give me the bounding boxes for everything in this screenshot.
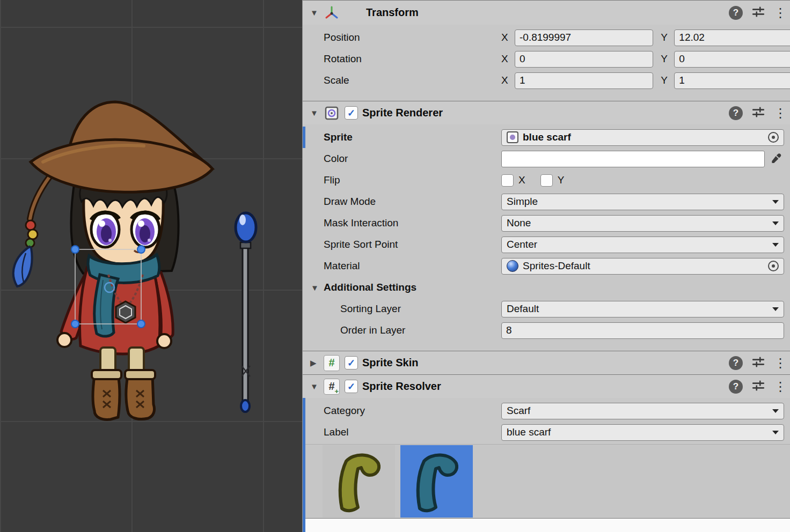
material-label: Material bbox=[324, 260, 501, 272]
sprite-sort-point-row: Sprite Sort Point Center bbox=[303, 234, 790, 255]
sprite-variant-green-scarf[interactable] bbox=[323, 445, 395, 518]
selection-handle-top-left bbox=[71, 246, 79, 253]
sorting-layer-row: Sorting Layer Default bbox=[303, 298, 790, 320]
object-picker-icon[interactable] bbox=[768, 261, 779, 271]
foldout-open-icon[interactable]: ▼ bbox=[310, 108, 323, 117]
sprite-sort-point-label: Sprite Sort Point bbox=[324, 239, 501, 250]
sprite-renderer-header[interactable]: ▼ ✓ Sprite Renderer ? ⋮ bbox=[303, 101, 790, 124]
category-label: Category bbox=[324, 405, 501, 417]
order-in-layer-field[interactable] bbox=[501, 322, 784, 339]
draw-mode-value: Simple bbox=[507, 196, 538, 208]
additional-settings-row[interactable]: ▼ Additional Settings bbox=[303, 277, 790, 298]
sprite-variant-strip bbox=[303, 444, 790, 518]
sprite-variant-blue-scarf[interactable] bbox=[400, 445, 473, 518]
category-dropdown[interactable]: Scarf bbox=[501, 403, 784, 419]
draw-mode-row: Draw Mode Simple bbox=[303, 191, 790, 212]
material-sphere-icon bbox=[507, 260, 518, 272]
selection-handle-top-right bbox=[137, 246, 145, 253]
component-enabled-checkbox[interactable]: ✓ bbox=[345, 106, 358, 120]
sprite-sort-point-dropdown[interactable]: Center bbox=[501, 237, 784, 253]
sprite-skin-icon: # bbox=[323, 354, 340, 372]
sprite-object-field[interactable]: blue scarf bbox=[501, 129, 784, 146]
sprite-resolver-header[interactable]: ▼ #+ ✓ Sprite Resolver ? ⋮ bbox=[303, 374, 790, 398]
foldout-open-icon[interactable]: ▼ bbox=[310, 8, 323, 17]
component-title: Sprite Resolver bbox=[362, 380, 441, 393]
sprite-skin-header[interactable]: ▶ # ✓ Sprite Skin ? ⋮ bbox=[303, 351, 790, 374]
presets-icon[interactable] bbox=[751, 355, 765, 371]
transform-header[interactable]: ▼ Transform ? ⋮ bbox=[303, 0, 790, 25]
character-sprite[interactable] bbox=[13, 102, 213, 419]
eyedropper-icon[interactable] bbox=[768, 151, 784, 167]
kebab-menu-icon[interactable]: ⋮ bbox=[774, 6, 781, 19]
mask-interaction-dropdown[interactable]: None bbox=[501, 215, 784, 232]
category-value: Scarf bbox=[507, 405, 530, 417]
override-bar-resolver bbox=[303, 398, 305, 532]
help-icon[interactable]: ? bbox=[729, 106, 743, 120]
rotation-y-field[interactable] bbox=[674, 51, 790, 68]
scale-y-field[interactable] bbox=[674, 72, 790, 89]
scale-row: Scale X Y Z bbox=[303, 70, 790, 91]
object-picker-icon[interactable] bbox=[768, 132, 779, 143]
axis-x-label[interactable]: X bbox=[501, 75, 515, 86]
draw-mode-dropdown[interactable]: Simple bbox=[501, 194, 784, 210]
flip-row: Flip X Y bbox=[303, 169, 790, 191]
label-row: Label blue scarf bbox=[303, 422, 790, 443]
sprite-resolver-body: Category Scarf Label blue scarf bbox=[303, 398, 790, 532]
flip-x-checkbox[interactable] bbox=[501, 174, 514, 187]
sprite-renderer-body: Sprite blue scarf Color Flip X Y bbox=[303, 124, 790, 351]
presets-icon[interactable] bbox=[751, 5, 765, 21]
foldout-closed-icon[interactable]: ▶ bbox=[310, 358, 323, 368]
help-icon[interactable]: ? bbox=[729, 356, 743, 370]
axis-y-label[interactable]: Y bbox=[661, 53, 674, 65]
color-row: Color bbox=[303, 148, 790, 169]
presets-icon[interactable] bbox=[751, 379, 765, 395]
color-swatch[interactable] bbox=[501, 151, 765, 167]
axis-x-label[interactable]: X bbox=[501, 53, 515, 65]
left-eye bbox=[91, 212, 119, 247]
component-enabled-checkbox[interactable]: ✓ bbox=[345, 356, 358, 370]
sprite-renderer-icon bbox=[323, 105, 340, 122]
sorting-layer-dropdown[interactable]: Default bbox=[501, 301, 784, 317]
sprite-label: Sprite bbox=[324, 131, 501, 143]
position-x-field[interactable] bbox=[515, 29, 653, 46]
flip-y-label: Y bbox=[558, 174, 565, 186]
staff-sprite[interactable] bbox=[236, 213, 256, 412]
label-value: blue scarf bbox=[507, 426, 551, 438]
mask-interaction-value: None bbox=[507, 217, 531, 229]
sorting-layer-value: Default bbox=[507, 303, 539, 315]
help-icon[interactable]: ? bbox=[729, 6, 743, 20]
presets-icon[interactable] bbox=[751, 105, 765, 121]
material-row: Material Sprites-Default bbox=[303, 255, 790, 277]
help-icon[interactable]: ? bbox=[729, 380, 743, 394]
axis-y-label[interactable]: Y bbox=[661, 32, 674, 43]
selection-handle-bottom-right bbox=[137, 320, 145, 328]
selection-handle-bottom-left bbox=[71, 320, 79, 328]
mask-interaction-label: Mask Interaction bbox=[324, 217, 501, 229]
foldout-open-icon[interactable]: ▼ bbox=[310, 382, 323, 391]
boots bbox=[92, 370, 155, 419]
kebab-menu-icon[interactable]: ⋮ bbox=[774, 107, 781, 120]
sorting-layer-label: Sorting Layer bbox=[340, 303, 501, 315]
unity-editor-window: ▼ Transform ? ⋮ bbox=[0, 0, 790, 532]
foldout-open-icon[interactable]: ▼ bbox=[311, 283, 324, 292]
preview-pane bbox=[303, 518, 790, 532]
flip-x-label: X bbox=[518, 174, 525, 186]
component-enabled-checkbox[interactable]: ✓ bbox=[345, 380, 358, 393]
axis-x-label[interactable]: X bbox=[501, 32, 515, 43]
scene-view[interactable] bbox=[0, 0, 302, 532]
kebab-menu-icon[interactable]: ⋮ bbox=[774, 380, 781, 393]
axis-y-label[interactable]: Y bbox=[661, 75, 674, 86]
rotation-x-field[interactable] bbox=[515, 51, 653, 68]
material-object-field[interactable]: Sprites-Default bbox=[501, 258, 784, 275]
wizard-hat bbox=[31, 102, 213, 192]
scale-x-field[interactable] bbox=[515, 72, 653, 89]
kebab-menu-icon[interactable]: ⋮ bbox=[774, 357, 781, 370]
flip-y-checkbox[interactable] bbox=[540, 174, 553, 187]
label-label: Label bbox=[324, 426, 501, 438]
position-label: Position bbox=[324, 32, 501, 43]
draw-mode-label: Draw Mode bbox=[324, 196, 501, 208]
order-in-layer-row: Order in Layer bbox=[303, 320, 790, 341]
label-dropdown[interactable]: blue scarf bbox=[501, 424, 784, 441]
position-y-field[interactable] bbox=[674, 29, 790, 46]
sprite-thumbnail-icon bbox=[507, 131, 518, 143]
